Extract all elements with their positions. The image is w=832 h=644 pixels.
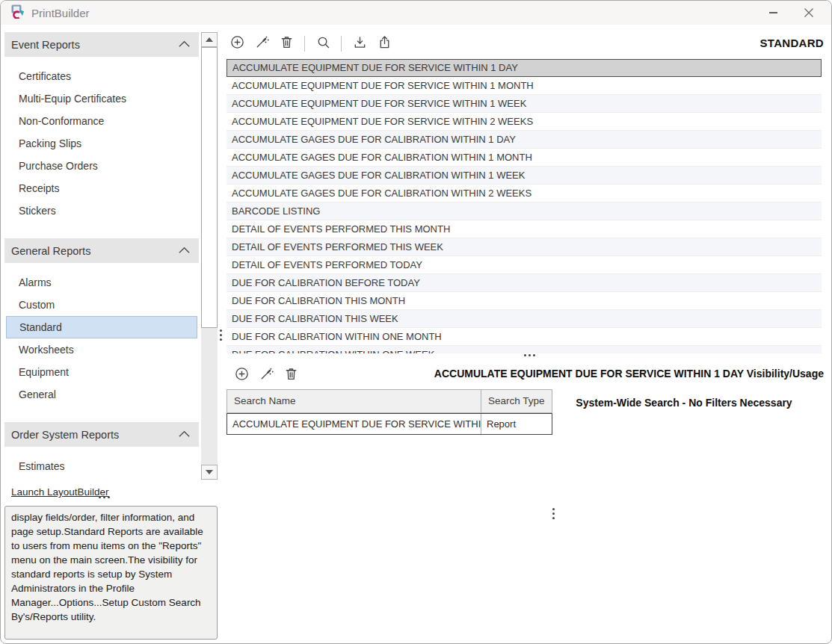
sidebar-item-non-conformance[interactable]: Non-Conformance xyxy=(4,110,199,132)
report-description-box[interactable]: display fields/order, filter information… xyxy=(4,506,218,640)
chevron-up-icon xyxy=(178,429,191,441)
sidebar-item-purchase-orders[interactable]: Purchase Orders xyxy=(4,155,199,177)
report-row[interactable]: DETAIL OF EVENTS PERFORMED THIS WEEK xyxy=(227,238,822,256)
minimize-button[interactable] xyxy=(755,1,791,25)
horizontal-splitter-gripper[interactable] xyxy=(524,354,535,356)
delete-button[interactable] xyxy=(278,34,295,52)
sidebar-item-stickers[interactable]: Stickers xyxy=(4,199,199,222)
view-label: STANDARD xyxy=(760,37,824,49)
report-row[interactable]: ACCUMULATE GAGES DUE FOR CALIBRATION WIT… xyxy=(227,185,822,202)
chevron-up-icon xyxy=(178,39,191,51)
search-table: Search NameSearch TypeACCUMULATE EQUIPME… xyxy=(227,389,552,435)
report-row[interactable]: ACCUMULATE GAGES DUE FOR CALIBRATION WIT… xyxy=(227,167,822,185)
report-row[interactable]: DETAIL OF EVENTS PERFORMED THIS MONTH xyxy=(227,220,822,238)
title-bar: PrintBuilder xyxy=(1,1,831,25)
detail-panel-title: ACCUMULATE EQUIPMENT DUE FOR SERVICE WIT… xyxy=(434,368,824,380)
toolbar-separator xyxy=(304,36,305,52)
chevron-up-icon xyxy=(178,245,191,257)
detail-toolbar xyxy=(233,366,299,384)
search-table-header: Search NameSearch Type xyxy=(227,389,552,413)
section-header-label: Order System Reports xyxy=(11,429,119,441)
sidebar-item-packing-slips[interactable]: Packing Slips xyxy=(4,132,199,155)
close-button[interactable] xyxy=(791,1,827,25)
report-row[interactable]: ACCUMULATE EQUIPMENT DUE FOR SERVICE WIT… xyxy=(227,77,822,95)
search-button[interactable] xyxy=(315,34,331,52)
search-table-row[interactable]: ACCUMULATE EQUIPMENT DUE FOR SERVICE WIT… xyxy=(227,413,552,435)
sidebar-item-certificates[interactable]: Certificates xyxy=(4,65,199,87)
section-header-order-system-reports[interactable]: Order System Reports xyxy=(4,422,199,447)
section-header-event-reports[interactable]: Event Reports xyxy=(4,32,199,57)
report-list: ACCUMULATE EQUIPMENT DUE FOR SERVICE WIT… xyxy=(227,59,822,353)
section-header-label: General Reports xyxy=(11,245,90,257)
report-row[interactable]: DUE FOR CALIBRATION BEFORE TODAY xyxy=(227,274,822,292)
report-row[interactable]: ACCUMULATE GAGES DUE FOR CALIBRATION WIT… xyxy=(227,149,822,167)
printbuilder-window: PrintBuilder Event ReportsCertificatesMu… xyxy=(0,0,832,644)
delete-button[interactable] xyxy=(283,366,299,384)
section-header-label: Event Reports xyxy=(11,39,80,51)
report-row[interactable]: DUE FOR CALIBRATION THIS WEEK xyxy=(227,310,822,328)
sidebar-item-receipts[interactable]: Receipts xyxy=(4,177,199,199)
sidebar-splitter-gripper[interactable] xyxy=(99,496,110,498)
report-row[interactable]: ACCUMULATE EQUIPMENT DUE FOR SERVICE WIT… xyxy=(227,95,822,113)
edit-button[interactable] xyxy=(258,366,274,384)
scroll-down-button[interactable] xyxy=(201,465,218,480)
column-header-search-name[interactable]: Search Name xyxy=(227,390,481,412)
magic-wand-icon xyxy=(254,34,270,52)
add-button[interactable] xyxy=(229,34,245,52)
report-row[interactable]: DUE FOR CALIBRATION WITHIN ONE WEEK xyxy=(227,346,822,353)
section-header-general-reports[interactable]: General Reports xyxy=(4,238,199,263)
add-circle-icon xyxy=(229,34,245,52)
import-button[interactable] xyxy=(351,34,368,52)
add-circle-icon xyxy=(234,366,250,384)
search-name-cell: ACCUMULATE EQUIPMENT DUE FOR SERVICE WIT… xyxy=(227,414,481,434)
sidebar-item-custom[interactable]: Custom xyxy=(4,294,199,316)
edit-button[interactable] xyxy=(253,34,270,52)
launch-layoutbuilder-link[interactable]: Launch LayoutBuilder xyxy=(11,486,109,498)
sidebar-item-general[interactable]: General xyxy=(4,383,199,406)
app-title: PrintBuilder xyxy=(31,7,90,19)
report-row[interactable]: DUE FOR CALIBRATION WITHIN ONE MONTH xyxy=(227,328,822,346)
sidebar-item-multi-equip-certificates[interactable]: Multi-Equip Certificates xyxy=(4,87,199,110)
section-items-general-reports: AlarmsCustomStandardWorksheetsEquipmentG… xyxy=(4,263,199,406)
trash-icon xyxy=(279,34,295,52)
detail-splitter-gripper[interactable] xyxy=(552,508,555,519)
report-row[interactable]: ACCUMULATE GAGES DUE FOR CALIBRATION WIT… xyxy=(227,131,822,149)
magic-wand-icon xyxy=(259,366,274,384)
search-icon xyxy=(315,34,331,52)
sidebar-item-equipment[interactable]: Equipment xyxy=(4,361,199,383)
minimize-icon xyxy=(769,12,777,13)
trash-icon xyxy=(283,366,299,384)
scrollbar-thumb[interactable] xyxy=(201,47,218,328)
toolbar-separator xyxy=(341,36,342,52)
vertical-splitter-gripper[interactable] xyxy=(220,329,222,341)
system-wide-search-note: System-Wide Search - No Filters Necessar… xyxy=(557,397,811,409)
column-header-search-type[interactable]: Search Type xyxy=(481,390,552,412)
sidebar-item-worksheets[interactable]: Worksheets xyxy=(4,338,199,361)
close-icon xyxy=(804,7,814,18)
section-items-event-reports: CertificatesMulti-Equip CertificatesNon-… xyxy=(4,57,199,222)
report-row[interactable]: DUE FOR CALIBRATION THIS MONTH xyxy=(227,292,822,310)
report-row[interactable]: BARCODE LISTING xyxy=(227,202,822,220)
export-button[interactable] xyxy=(376,34,392,52)
arrow-down-icon xyxy=(206,470,213,474)
import-icon xyxy=(352,34,368,52)
scroll-up-button[interactable] xyxy=(201,32,218,47)
export-icon xyxy=(377,34,392,52)
sidebar-item-alarms[interactable]: Alarms xyxy=(4,271,199,294)
app-icon xyxy=(10,4,25,22)
report-row[interactable]: ACCUMULATE EQUIPMENT DUE FOR SERVICE WIT… xyxy=(227,59,822,77)
sidebar-item-estimates[interactable]: Estimates xyxy=(4,455,199,477)
main-toolbar xyxy=(229,34,392,52)
sidebar-scrollbar xyxy=(201,32,218,480)
sidebar: Event ReportsCertificatesMulti-Equip Cer… xyxy=(4,32,199,477)
window-controls xyxy=(755,1,827,25)
sidebar-item-standard[interactable]: Standard xyxy=(6,316,197,338)
add-button[interactable] xyxy=(233,366,250,384)
report-row[interactable]: DETAIL OF EVENTS PERFORMED TODAY xyxy=(227,256,822,274)
search-type-cell: Report xyxy=(481,414,552,434)
section-items-order-system-reports: Estimates xyxy=(4,447,199,477)
arrow-up-icon xyxy=(206,37,213,42)
report-row[interactable]: ACCUMULATE EQUIPMENT DUE FOR SERVICE WIT… xyxy=(227,113,822,131)
